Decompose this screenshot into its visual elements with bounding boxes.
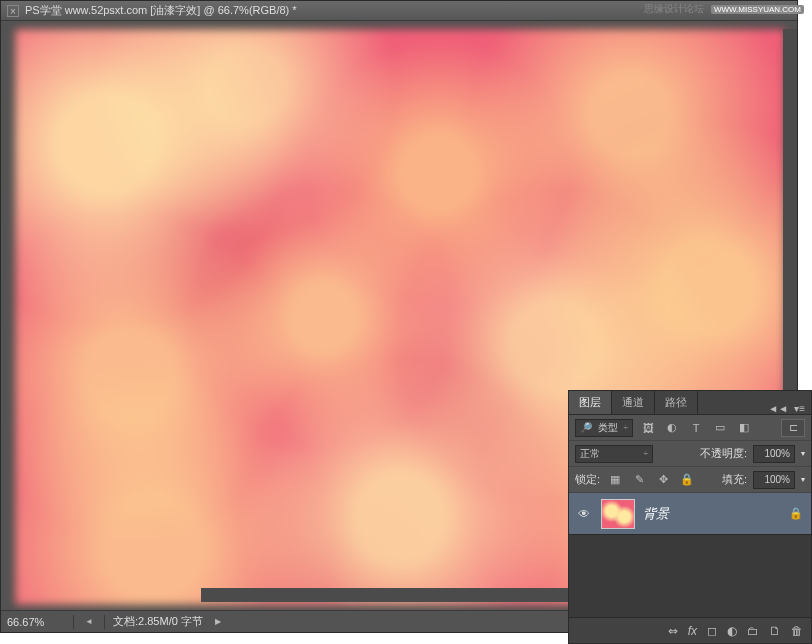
filter-row: 🔎 类型 ÷ 🖼 ◐ T ▭ ◧ ⊏	[569, 415, 811, 441]
watermark: 思缘设计论坛 WWW.MISSYUAN.COM	[644, 2, 804, 16]
lock-pixels-icon[interactable]: ✎	[630, 471, 648, 489]
filter-smartobject-icon[interactable]: ◧	[735, 419, 753, 437]
fill-field[interactable]: 100%	[753, 471, 795, 489]
zoom-level[interactable]: 66.67%	[5, 616, 65, 628]
layers-list: 👁 背景 🔒	[569, 493, 811, 617]
lock-transparent-icon[interactable]: ▦	[606, 471, 624, 489]
adjustment-layer-icon[interactable]: ◐	[727, 624, 737, 638]
chevron-down-icon[interactable]: ▾	[801, 449, 805, 458]
search-icon: 🔎	[580, 422, 592, 433]
tab-channels[interactable]: 通道	[612, 391, 655, 414]
group-icon[interactable]: 🗀	[747, 624, 759, 638]
document-info: 文档:2.85M/0 字节	[113, 614, 203, 629]
visibility-icon[interactable]: 👁	[575, 507, 593, 521]
panel-menu-icon[interactable]: ▾≡	[794, 403, 805, 414]
tab-paths[interactable]: 路径	[655, 391, 698, 414]
blend-mode-dropdown[interactable]: 正常 ÷	[575, 445, 653, 463]
lock-all-icon[interactable]: 🔒	[678, 471, 696, 489]
chevron-down-icon[interactable]: ▾	[801, 475, 805, 484]
panel-tabs: 图层 通道 路径 ◄◄ ▾≡	[569, 391, 811, 415]
collapse-icon[interactable]: ◄◄	[768, 403, 788, 414]
filter-toggle[interactable]: ⊏	[781, 419, 805, 437]
blend-row: 正常 ÷ 不透明度: 100% ▾	[569, 441, 811, 467]
lock-label: 锁定:	[575, 472, 600, 487]
panel-footer: ⇔ fx ◻ ◐ 🗀 🗋 🗑	[569, 617, 811, 643]
filter-pixel-icon[interactable]: 🖼	[639, 419, 657, 437]
filter-shape-icon[interactable]: ▭	[711, 419, 729, 437]
layer-style-icon[interactable]: fx	[688, 624, 697, 638]
tab-layers[interactable]: 图层	[569, 390, 612, 414]
document-title: PS学堂 www.52psxt.com [油漆字效] @ 66.7%(RGB/8…	[25, 3, 297, 18]
layer-row[interactable]: 👁 背景 🔒	[569, 493, 811, 535]
lock-icon[interactable]: 🔒	[789, 507, 805, 520]
divider	[104, 615, 105, 629]
layers-panel: 图层 通道 路径 ◄◄ ▾≡ 🔎 类型 ÷ 🖼 ◐ T ▭ ◧ ⊏ 正常 ÷ 不…	[568, 390, 812, 644]
fill-label: 填充:	[722, 472, 747, 487]
chevron-down-icon: ÷	[644, 449, 648, 458]
lock-row: 锁定: ▦ ✎ ✥ 🔒 填充: 100% ▾	[569, 467, 811, 493]
tab-close-icon[interactable]: ×	[7, 5, 19, 17]
chevron-down-icon: ÷	[624, 423, 628, 432]
opacity-label: 不透明度:	[700, 446, 747, 461]
filter-kind-dropdown[interactable]: 🔎 类型 ÷	[575, 419, 633, 437]
layer-mask-icon[interactable]: ◻	[707, 624, 717, 638]
divider	[73, 615, 74, 629]
delete-layer-icon[interactable]: 🗑	[791, 624, 803, 638]
chevron-right-icon[interactable]: ▶	[211, 615, 225, 629]
lock-position-icon[interactable]: ✥	[654, 471, 672, 489]
chevron-left-icon[interactable]: ◄	[82, 615, 96, 629]
layer-thumbnail[interactable]	[601, 499, 635, 529]
panel-menu: ◄◄ ▾≡	[762, 403, 811, 414]
layer-name[interactable]: 背景	[643, 505, 781, 523]
filter-adjustment-icon[interactable]: ◐	[663, 419, 681, 437]
opacity-field[interactable]: 100%	[753, 445, 795, 463]
filter-type-icon[interactable]: T	[687, 419, 705, 437]
new-layer-icon[interactable]: 🗋	[769, 624, 781, 638]
link-layers-icon[interactable]: ⇔	[668, 624, 678, 638]
